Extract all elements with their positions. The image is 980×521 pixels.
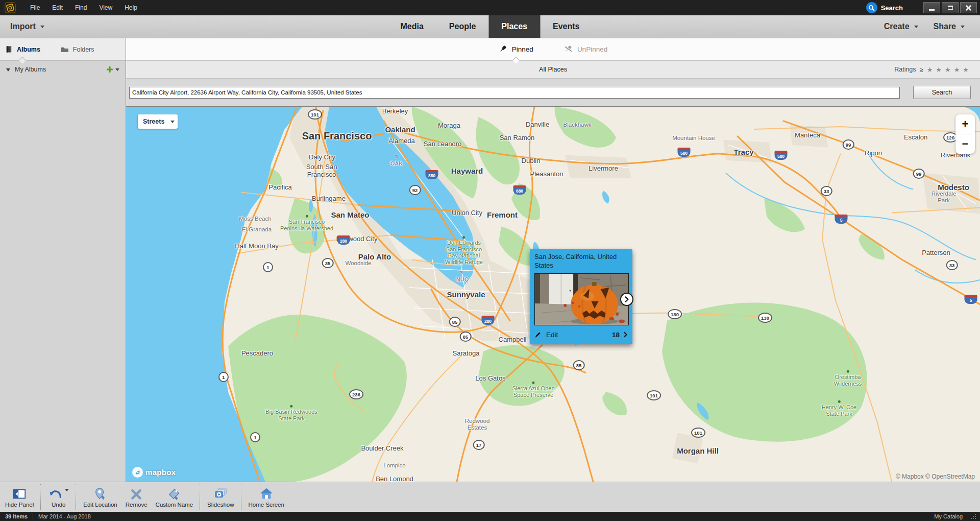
toolbar-separator — [40, 484, 41, 510]
share-button[interactable]: Share — [934, 22, 965, 31]
minimize-button[interactable] — [923, 2, 940, 13]
catalog-name: My Catalog — [934, 513, 963, 519]
collapse-triangle-icon[interactable] — [6, 68, 10, 74]
chevron-right-icon — [624, 296, 629, 302]
hide-panel-button[interactable]: Hide Panel — [1, 487, 38, 508]
map-attribution: © Mapbox © OpenStreetMap — [896, 473, 975, 480]
place-photo[interactable] — [534, 273, 629, 325]
menu-view[interactable]: View — [93, 0, 118, 15]
undo-icon — [48, 487, 63, 501]
remove-button[interactable]: Remove — [121, 487, 152, 508]
chevron-down-icon — [40, 26, 44, 30]
popup-tail — [569, 337, 582, 352]
zoom-out-button[interactable]: − — [955, 134, 975, 154]
pencil-icon — [534, 331, 542, 338]
next-photo-button[interactable] — [620, 293, 633, 306]
elements-organizer-window: File Edit Find View Help Search — [0, 0, 980, 521]
home-icon — [259, 487, 274, 501]
slideshow-button[interactable]: Slideshow — [203, 487, 238, 508]
maximize-icon — [948, 6, 953, 10]
statusbar: 39 Items Mar 2014 - Aug 2018 My Catalog — [0, 512, 980, 521]
slideshow-icon — [213, 487, 228, 501]
minimize-icon — [929, 9, 935, 11]
chevron-down-icon — [115, 68, 119, 73]
tab-places[interactable]: Places — [488, 15, 540, 38]
menu-file[interactable]: File — [24, 0, 46, 15]
toolbar-separator — [241, 484, 242, 510]
tab-albums[interactable]: Albums — [5, 38, 40, 60]
my-albums-header[interactable]: My Albums — [0, 61, 126, 78]
place-photo-count[interactable]: 18 — [612, 331, 628, 339]
chevron-down-icon[interactable] — [65, 489, 69, 493]
map-canvas[interactable]: BerkeleySan FranciscoOaklandAlamedaMorag… — [126, 107, 980, 482]
close-button[interactable] — [960, 2, 977, 13]
tag-icon — [166, 487, 182, 501]
menu-help[interactable]: Help — [118, 0, 143, 15]
search-label: Search — [881, 4, 903, 12]
custom-name-button[interactable]: Custom Name — [152, 487, 198, 508]
create-button[interactable]: Create — [884, 22, 918, 31]
titlebar: File Edit Find View Help Search — [0, 0, 980, 15]
chevron-down-icon — [170, 121, 175, 125]
place-popup-title: San Jose, California, United States — [534, 253, 628, 270]
add-album-button[interactable] — [106, 66, 119, 73]
folder-icon — [61, 45, 69, 54]
all-places-label: All Places — [539, 66, 567, 73]
pin-icon — [499, 45, 507, 54]
place-popup: San Jose, California, United States — [530, 249, 632, 344]
date-range: Mar 2014 - Aug 2018 — [38, 513, 91, 519]
chevron-down-icon — [961, 26, 965, 30]
action-toolbar: Hide Panel Undo Edit Location — [0, 482, 980, 512]
window-controls — [923, 2, 977, 13]
import-button[interactable]: Import — [0, 22, 44, 31]
menu-find[interactable]: Find — [69, 0, 93, 15]
remove-x-icon — [129, 487, 144, 501]
resize-grip-icon[interactable] — [971, 514, 976, 519]
item-count: 39 Items — [5, 513, 28, 519]
tab-people[interactable]: People — [436, 15, 488, 38]
location-search-bar: Search — [126, 79, 980, 107]
unpin-icon — [564, 45, 573, 54]
star-icons[interactable]: ★★★★★ — [927, 66, 972, 74]
close-icon — [965, 5, 972, 11]
location-pin-icon — [93, 487, 108, 501]
edit-place-button[interactable]: Edit — [534, 331, 558, 339]
main-tabs: Media People Places Events — [388, 15, 593, 38]
tab-folders[interactable]: Folders — [61, 38, 94, 60]
plus-icon — [106, 66, 113, 73]
map-style-selector[interactable]: Streets — [138, 114, 178, 129]
location-search-input[interactable] — [129, 87, 900, 99]
chevron-right-icon — [623, 331, 628, 338]
hide-panel-icon — [12, 487, 27, 501]
pin-filter-tabs: Pinned UnPinned — [126, 38, 980, 61]
menu-bar: File Edit Find View Help — [24, 0, 143, 15]
album-book-icon — [5, 45, 13, 53]
navbar: Import Media People Places Events Create… — [0, 15, 980, 38]
global-search-button[interactable]: Search — [866, 2, 903, 13]
statusbar-separator — [33, 513, 33, 519]
import-label: Import — [10, 22, 36, 31]
tab-events[interactable]: Events — [540, 15, 592, 38]
tab-pinned[interactable]: Pinned — [499, 38, 533, 60]
mapbox-logo: mapbox — [132, 467, 176, 478]
toolbar-separator — [200, 484, 201, 510]
places-subheader: All Places Ratings ≥ ★★★★★ — [126, 61, 980, 79]
pumpkin-photo — [535, 274, 628, 325]
zoom-in-button[interactable]: + — [955, 114, 975, 134]
tab-media[interactable]: Media — [388, 15, 436, 38]
albums-panel: Albums Folders My Albums — [0, 38, 126, 482]
maximize-button[interactable] — [942, 2, 959, 13]
map-zoom-control: + − — [955, 114, 975, 154]
edit-location-button[interactable]: Edit Location — [79, 487, 121, 508]
menu-edit[interactable]: Edit — [46, 0, 69, 15]
tab-unpinned[interactable]: UnPinned — [564, 38, 607, 60]
search-icon — [866, 2, 877, 13]
chevron-down-icon — [914, 26, 918, 30]
home-screen-button[interactable]: Home Screen — [244, 487, 288, 508]
mapbox-icon — [132, 467, 143, 478]
ratings-filter[interactable]: Ratings ≥ ★★★★★ — [894, 66, 980, 74]
app-logo-icon — [5, 2, 16, 13]
location-search-button[interactable]: Search — [913, 86, 971, 99]
undo-button[interactable]: Undo — [44, 487, 73, 508]
toolbar-separator — [76, 484, 77, 510]
